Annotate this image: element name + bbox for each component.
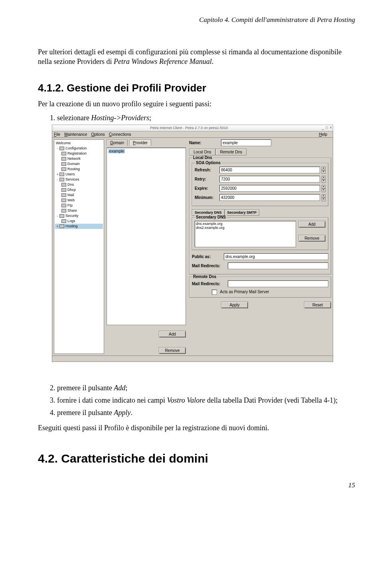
tree-services[interactable]: -Services <box>55 177 103 182</box>
minimum-label: Minimum: <box>195 195 218 200</box>
window-title: Petra Internet Client - Petra 2.7.0 on p… <box>56 126 322 130</box>
tree-ftp[interactable]: Ftp <box>55 203 103 208</box>
add-button[interactable]: Add <box>159 331 186 338</box>
closing-paragraph: Eseguiti questi passi il Profilo è dispo… <box>38 423 355 433</box>
retry-field[interactable]: 7200 <box>219 176 320 183</box>
remote-mailredirects-label: Mail Redirects: <box>192 282 228 286</box>
menu-options[interactable]: Options <box>91 132 105 137</box>
list-item[interactable]: dns.example.org <box>196 222 295 226</box>
tree-domain[interactable]: Domain <box>55 161 103 167</box>
intro-paragraph: Per ulteriori dettagli ed esempi di conf… <box>38 47 355 67</box>
content-tabs: Domain Provider <box>107 139 186 146</box>
tree-routing[interactable]: Routing <box>55 167 103 172</box>
list-item[interactable]: dns2.example.org <box>196 226 295 230</box>
tree-dns[interactable]: Dns <box>55 182 103 187</box>
menu-file[interactable]: File <box>54 132 60 137</box>
acts-primary-label: Acts as Primary Mail Server <box>220 290 269 294</box>
menu-connections[interactable]: Connections <box>109 132 131 137</box>
expire-label: Expire: <box>195 186 218 191</box>
minimum-field[interactable]: 432000 <box>219 194 320 201</box>
statusbar <box>52 356 333 362</box>
tree-registration[interactable]: Registration <box>55 151 103 156</box>
tree-welcome[interactable]: Welcome <box>55 141 103 146</box>
secondary-dns-listbox[interactable]: dns.example.org dns2.example.org <box>195 221 296 247</box>
tree-hosting[interactable]: +Hosting <box>55 224 103 229</box>
mailredirects-label: Mail Redirects: <box>192 264 228 268</box>
tree-web[interactable]: Web <box>55 198 103 203</box>
secondary-dns-group: Secondary DNS dns.example.org dns2.examp… <box>192 217 328 250</box>
step-1: 1. selezionare Hosting->Providers; <box>50 114 355 122</box>
step-3: 3. fornire i dati come indicato nei camp… <box>50 396 355 405</box>
step-2: 2. premere il pulsante Add; <box>50 384 355 392</box>
tree-mail[interactable]: Mail <box>55 193 103 198</box>
remove-button[interactable]: Remove <box>159 347 186 354</box>
screenshot-figure: :: Petra Internet Client - Petra 2.7.0 o… <box>52 125 333 362</box>
step-4: 4. premere il pulsante Apply. <box>50 409 355 417</box>
expire-field[interactable]: 2592000 <box>219 185 320 192</box>
local-dns-group: Local Dns SOA Options Refresh:86400▲▼ Re… <box>189 158 331 274</box>
close-icon[interactable]: × <box>330 126 332 130</box>
list-item[interactable]: example <box>108 149 125 153</box>
name-field[interactable]: example <box>221 139 271 146</box>
tab-remote-dns[interactable]: Remote Dns <box>215 149 247 155</box>
minimum-spinner[interactable]: ▲▼ <box>322 194 326 201</box>
remote-dns-group: Remote Dns Mail Redirects: Acts as Prima… <box>189 277 331 298</box>
tree-network[interactable]: Network <box>55 156 103 161</box>
refresh-spinner[interactable]: ▲▼ <box>322 167 326 174</box>
page-number: 15 <box>38 481 355 489</box>
tree-users[interactable]: +Users <box>55 172 103 177</box>
name-label: Name: <box>189 141 221 145</box>
mailredirects-field[interactable] <box>228 262 328 269</box>
refresh-label: Refresh: <box>195 168 218 172</box>
secdns-add-button[interactable]: Add <box>298 221 326 228</box>
tab-provider[interactable]: Provider <box>129 139 151 146</box>
reset-button[interactable]: Reset <box>304 302 331 308</box>
retry-spinner[interactable]: ▲▼ <box>322 176 326 183</box>
menu-help[interactable]: Help <box>319 132 327 137</box>
menubar: File Maintenance Options Connections Hel… <box>52 131 333 138</box>
provider-listbox[interactable]: example <box>107 147 186 325</box>
secdns-remove-button[interactable]: Remove <box>298 235 326 242</box>
soa-options-group: SOA Options Refresh:86400▲▼ Retry:7200▲▼… <box>192 163 328 206</box>
section-heading-4-1-2: 4.1.2. Gestione dei Profili Provider <box>38 82 355 94</box>
window-titlebar: :: Petra Internet Client - Petra 2.7.0 o… <box>52 125 333 131</box>
menu-maintenance[interactable]: Maintenance <box>64 132 87 137</box>
acts-primary-checkbox[interactable] <box>212 290 217 295</box>
list-intro: Per la creazione di un nuovo profilo seg… <box>38 100 355 108</box>
navigation-tree[interactable]: Welcome -Configuration Registration Netw… <box>54 139 104 354</box>
tab-local-dns[interactable]: Local Dns <box>189 149 215 155</box>
tree-security[interactable]: -Security <box>55 213 103 219</box>
tree-dhcp[interactable]: Dhcp <box>55 187 103 193</box>
grip-icon: :: <box>53 127 54 129</box>
tab-domain[interactable]: Domain <box>107 139 127 146</box>
retry-label: Retry: <box>195 177 218 181</box>
tab-secondary-smtp[interactable]: Secondary SMTP <box>225 209 260 216</box>
publicas-field[interactable]: dns.example.org <box>224 253 328 260</box>
tree-configuration[interactable]: -Configuration <box>55 146 103 151</box>
tree-share[interactable]: Share <box>55 208 103 213</box>
publicas-label: Public as: <box>192 254 224 259</box>
tree-logs[interactable]: Logs <box>55 219 103 224</box>
expire-spinner[interactable]: ▲▼ <box>322 185 326 192</box>
refresh-field[interactable]: 86400 <box>219 167 320 173</box>
maximize-icon[interactable]: □ <box>326 126 328 130</box>
running-header: Capitolo 4. Compiti dell'amministratore … <box>38 16 355 24</box>
minimize-icon[interactable]: _ <box>322 126 324 130</box>
remote-mailredirects-field[interactable] <box>228 280 328 287</box>
apply-button[interactable]: Apply <box>221 302 248 308</box>
section-heading-4-2: 4.2. Caratteristiche dei domini <box>38 452 355 465</box>
